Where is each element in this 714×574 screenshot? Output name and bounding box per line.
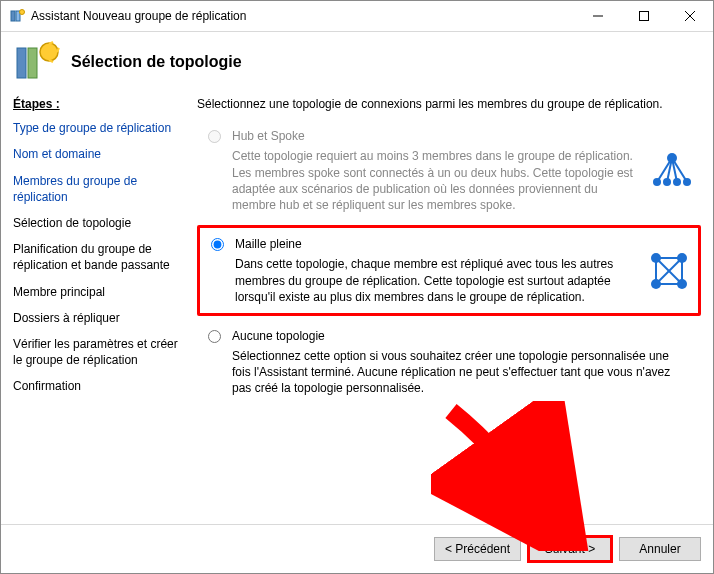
svg-point-9 xyxy=(40,43,58,61)
option-label: Aucune topologie xyxy=(232,328,695,344)
radio-hub-and-spoke xyxy=(208,130,221,143)
option-label: Maille pleine xyxy=(235,236,640,252)
title-bar: Assistant Nouveau groupe de réplication xyxy=(1,1,713,32)
step-schedule-bandwidth: Planification du groupe de réplication e… xyxy=(13,241,183,273)
step-topology-selection[interactable]: Sélection de topologie xyxy=(13,215,183,231)
app-icon xyxy=(9,8,25,24)
minimize-button[interactable] xyxy=(575,1,621,31)
radio-no-topology[interactable] xyxy=(208,330,221,343)
svg-point-17 xyxy=(673,178,681,186)
step-confirmation: Confirmation xyxy=(13,378,183,394)
option-label: Hub et Spoke xyxy=(232,128,643,144)
option-description: Cette topologie requiert au moins 3 memb… xyxy=(232,148,637,213)
svg-point-14 xyxy=(667,153,677,163)
svg-point-25 xyxy=(651,253,661,263)
option-hub-and-spoke: Hub et Spoke Cette topologie requiert au… xyxy=(197,120,701,221)
svg-point-2 xyxy=(20,10,25,15)
option-body: Aucune topologie Sélectionnez cette opti… xyxy=(232,328,695,397)
svg-rect-0 xyxy=(11,11,15,21)
wizard-window: Assistant Nouveau groupe de réplication … xyxy=(0,0,714,574)
steps-heading: Étapes : xyxy=(13,96,183,112)
svg-rect-8 xyxy=(28,48,37,78)
header-icon xyxy=(13,40,61,84)
svg-point-27 xyxy=(651,279,661,289)
step-group-members[interactable]: Membres du groupe de réplication xyxy=(13,173,183,205)
svg-point-16 xyxy=(663,178,671,186)
option-body: Maille pleine Dans cette topologie, chaq… xyxy=(235,236,692,305)
page-header: Sélection de topologie xyxy=(1,32,713,92)
close-button[interactable] xyxy=(667,1,713,31)
step-replication-type[interactable]: Type de groupe de réplication xyxy=(13,120,183,136)
page-title: Sélection de topologie xyxy=(71,53,242,71)
hub-and-spoke-icon xyxy=(649,148,695,194)
step-primary-member: Membre principal xyxy=(13,284,183,300)
svg-point-18 xyxy=(683,178,691,186)
window-controls xyxy=(575,1,713,31)
intro-text: Sélectionnez une topologie de connexions… xyxy=(197,96,701,112)
option-no-topology[interactable]: Aucune topologie Sélectionnez cette opti… xyxy=(197,320,701,405)
svg-point-28 xyxy=(677,279,687,289)
title-left: Assistant Nouveau groupe de réplication xyxy=(9,8,246,24)
radio-full-mesh[interactable] xyxy=(211,238,224,251)
svg-point-26 xyxy=(677,253,687,263)
option-description: Sélectionnez cette option si vous souhai… xyxy=(232,348,689,397)
cancel-button[interactable]: Annuler xyxy=(619,537,701,561)
step-name-domain[interactable]: Nom et domaine xyxy=(13,146,183,162)
option-body: Hub et Spoke Cette topologie requiert au… xyxy=(232,128,695,213)
step-review-create: Vérifier les paramètres et créer le grou… xyxy=(13,336,183,368)
option-full-mesh[interactable]: Maille pleine Dans cette topologie, chaq… xyxy=(197,225,701,316)
svg-rect-7 xyxy=(17,48,26,78)
wizard-body: Étapes : Type de groupe de réplication N… xyxy=(1,92,713,524)
maximize-button[interactable] xyxy=(621,1,667,31)
svg-point-15 xyxy=(653,178,661,186)
next-button[interactable]: Suivant > xyxy=(529,537,611,561)
previous-button[interactable]: < Précédent xyxy=(434,537,521,561)
step-folders-to-replicate: Dossiers à répliquer xyxy=(13,310,183,326)
full-mesh-icon xyxy=(646,248,692,294)
svg-rect-4 xyxy=(640,12,649,21)
window-title: Assistant Nouveau groupe de réplication xyxy=(31,9,246,23)
steps-sidebar: Étapes : Type de groupe de réplication N… xyxy=(13,96,189,516)
wizard-footer: < Précédent Suivant > Annuler xyxy=(1,524,713,573)
option-description: Dans cette topologie, chaque membre est … xyxy=(235,256,634,305)
wizard-content: Sélectionnez une topologie de connexions… xyxy=(189,96,701,516)
